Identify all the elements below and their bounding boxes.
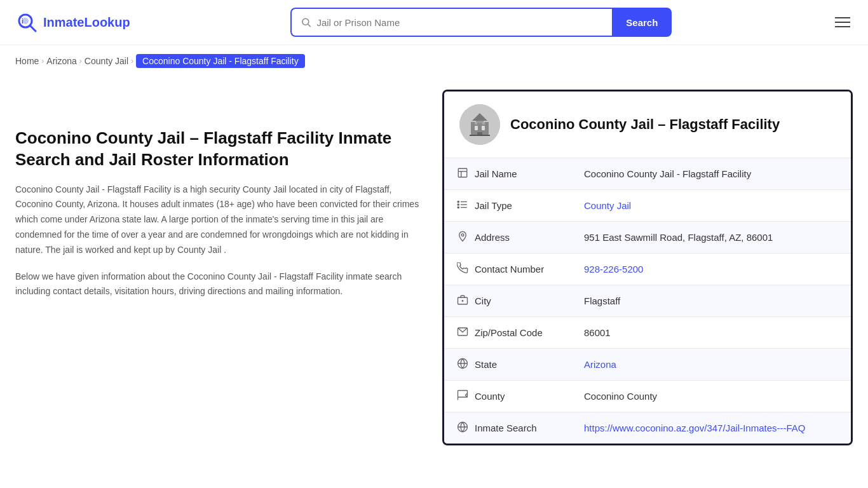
facility-title: Coconino County Jail – Flagstaff Facilit… — [510, 116, 780, 133]
row-value-cell[interactable]: https://www.coconino.az.gov/347/Jail-Inm… — [571, 412, 851, 444]
row-value-cell[interactable]: Arizona — [571, 349, 851, 381]
row-label-cell: Inmate Search — [444, 412, 571, 444]
svg-text:i: i — [22, 18, 24, 25]
row-link[interactable]: Arizona — [584, 359, 616, 370]
row-label: County — [475, 391, 505, 402]
breadcrumb-home[interactable]: Home — [15, 56, 39, 66]
row-value-cell: Flagstaff — [571, 285, 851, 317]
row-label-cell: Jail Name — [444, 158, 571, 190]
row-value-cell: Coconino County — [571, 381, 851, 412]
row-label: City — [475, 295, 491, 306]
table-row: Inmate Searchhttps://www.coconino.az.gov… — [444, 412, 851, 444]
table-row: CountyCoconino County — [444, 381, 851, 412]
mail-icon — [457, 326, 468, 339]
row-link[interactable]: https://www.coconino.az.gov/347/Jail-Inm… — [584, 423, 805, 433]
row-label-cell: Zip/Postal Code — [444, 317, 571, 349]
table-row: Jail NameCoconino County Jail - Flagstaf… — [444, 158, 851, 190]
svg-point-22 — [458, 201, 459, 202]
info-table: Jail NameCoconino County Jail - Flagstaf… — [444, 158, 851, 444]
building-icon — [457, 167, 468, 180]
flag-icon — [457, 390, 468, 403]
search-icon — [301, 17, 311, 28]
search-globe-icon — [457, 421, 468, 435]
row-value-cell[interactable]: County Jail — [571, 190, 851, 222]
row-label-cell: Jail Type — [444, 190, 571, 222]
card-header: Coconino County Jail – Flagstaff Facilit… — [444, 92, 851, 158]
table-row: StateArizona — [444, 349, 851, 381]
row-label: Address — [475, 232, 510, 243]
breadcrumb-state[interactable]: Arizona — [46, 56, 76, 66]
row-value-cell[interactable]: 928-226-5200 — [571, 254, 851, 285]
row-label: Jail Type — [475, 200, 512, 211]
row-value-cell: 951 East Sawmill Road, Flagstaff, AZ, 86… — [571, 222, 851, 254]
svg-point-25 — [461, 234, 464, 236]
row-label: Contact Number — [475, 264, 544, 274]
svg-rect-14 — [477, 132, 482, 135]
svg-rect-11 — [482, 126, 485, 130]
search-input-wrapper — [290, 8, 612, 37]
row-label-cell: County — [444, 381, 571, 412]
svg-rect-15 — [470, 135, 490, 136]
row-label-cell: Address — [444, 222, 571, 254]
svg-line-1 — [30, 25, 36, 31]
svg-rect-12 — [475, 122, 477, 125]
breadcrumb-chevron-1: › — [41, 57, 44, 65]
table-row: CityFlagstaff — [444, 285, 851, 317]
left-column: Coconino County Jail – Flagstaff Facilit… — [15, 90, 422, 445]
right-column: Coconino County Jail – Flagstaff Facilit… — [442, 90, 853, 445]
breadcrumb-type[interactable]: County Jail — [85, 56, 128, 66]
main-content: Coconino County Jail – Flagstaff Facilit… — [0, 77, 868, 471]
description-paragraph-2: Below we have given information about th… — [15, 269, 422, 300]
svg-point-23 — [458, 204, 459, 205]
logo-icon: i — [15, 11, 38, 34]
row-label-cell: City — [444, 285, 571, 317]
table-row: Address951 East Sawmill Road, Flagstaff,… — [444, 222, 851, 254]
list-icon — [457, 199, 468, 212]
svg-point-4 — [302, 18, 309, 25]
table-row: Jail TypeCounty Jail — [444, 190, 851, 222]
page-title: Coconino County Jail – Flagstaff Facilit… — [15, 128, 422, 171]
table-row: Zip/Postal Code86001 — [444, 317, 851, 349]
svg-line-5 — [308, 24, 311, 27]
svg-point-24 — [458, 207, 459, 208]
row-link[interactable]: 928-226-5200 — [584, 264, 643, 274]
info-card: Coconino County Jail – Flagstaff Facilit… — [442, 90, 853, 445]
breadcrumb-current: Coconino County Jail - Flagstaff Facilit… — [136, 54, 305, 68]
globe-icon — [457, 358, 468, 371]
logo[interactable]: i InmateLookup — [15, 11, 130, 34]
svg-rect-13 — [482, 122, 485, 125]
row-label: Zip/Postal Code — [475, 327, 543, 338]
pin-icon — [457, 231, 468, 244]
table-row: Contact Number928-226-5200 — [444, 254, 851, 285]
facility-avatar — [459, 104, 500, 145]
logo-text: InmateLookup — [43, 15, 130, 30]
description-paragraph-1: Coconino County Jail - Flagstaff Facilit… — [15, 182, 422, 258]
row-link[interactable]: County Jail — [584, 200, 631, 211]
search-area: Search — [290, 8, 672, 37]
search-input[interactable] — [316, 17, 603, 28]
city-icon — [457, 294, 468, 308]
phone-icon — [457, 262, 468, 276]
breadcrumb: Home › Arizona › County Jail › Coconino … — [0, 45, 868, 77]
menu-button[interactable] — [832, 15, 853, 30]
breadcrumb-chevron-2: › — [79, 57, 82, 65]
row-value-cell: Coconino County Jail - Flagstaff Facilit… — [571, 158, 851, 190]
row-label: Jail Name — [475, 168, 517, 179]
breadcrumb-chevron-3: › — [131, 57, 133, 65]
row-label-cell: State — [444, 349, 571, 381]
header: i InmateLookup Search — [0, 0, 868, 45]
row-label-cell: Contact Number — [444, 254, 571, 285]
row-value-cell: 86001 — [571, 317, 851, 349]
svg-rect-10 — [475, 126, 478, 130]
row-label: State — [475, 359, 497, 370]
row-label: Inmate Search — [475, 423, 537, 433]
search-button[interactable]: Search — [612, 8, 672, 37]
svg-rect-16 — [458, 168, 467, 177]
